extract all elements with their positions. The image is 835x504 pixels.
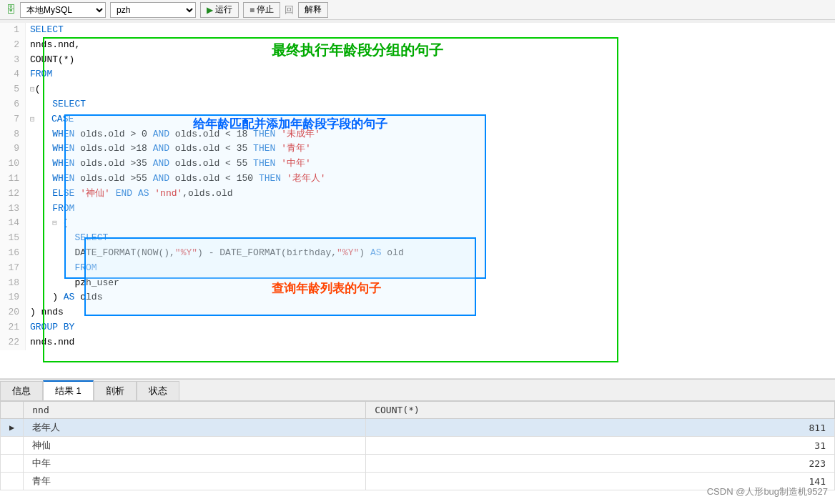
code-line-1: 1 SELECT <box>0 23 835 38</box>
db-icon: 🗄 <box>6 4 16 16</box>
tab-bar: 信息 结果 1 剖析 状态 <box>0 380 835 401</box>
tab-info[interactable]: 信息 <box>0 381 43 400</box>
run-button[interactable]: ▶ 运行 <box>200 2 239 18</box>
code-line-6: 6 SELECT <box>0 97 835 112</box>
stop-button[interactable]: ■ 停止 <box>243 2 280 18</box>
code-line-12: 12 ELSE '神仙' END AS 'nnd',olds.old <box>0 187 835 202</box>
code-line-18: 18 pzh_user <box>0 276 835 291</box>
toolbar-divider: 回 <box>285 4 294 16</box>
code-line-7: 7 ⊟ CASE <box>0 112 835 127</box>
row-indicator <box>1 455 24 473</box>
code-line-17: 17 FROM <box>0 261 835 276</box>
code-line-14: 14 ⊟ ( <box>0 216 835 231</box>
cell-count: 31 <box>366 437 835 455</box>
code-line-8: 8 WHEN olds.old > 0 AND olds.old < 18 TH… <box>0 127 835 142</box>
code-line-10: 10 WHEN olds.old >35 AND olds.old < 55 T… <box>0 157 835 172</box>
code-line-21: 21 GROUP BY <box>0 320 835 335</box>
table-row[interactable]: ▶ 老年人 811 <box>1 419 835 437</box>
col-count[interactable]: COUNT(*) <box>366 402 835 419</box>
explain-button[interactable]: 解释 <box>298 2 328 18</box>
row-indicator <box>1 437 24 455</box>
code-line-5: 5 ⊟( <box>0 82 835 97</box>
cell-count: 223 <box>366 455 835 473</box>
toolbar: 🗄 本地MySQL pzh ▶ 运行 ■ 停止 回 解释 <box>0 0 835 20</box>
results-table: nnd COUNT(*) ▶ 老年人 811 神仙 31 中年 <box>0 401 835 490</box>
col-indicator <box>1 402 24 419</box>
code-line-16: 16 DATE_FORMAT(NOW(),"%Y") - DATE_FORMAT… <box>0 246 835 261</box>
code-line-15: 15 SELECT <box>0 231 835 246</box>
code-line-13: 13 FROM <box>0 202 835 217</box>
play-icon: ▶ <box>207 5 213 15</box>
code-line-3: 3 COUNT(*) <box>0 53 835 68</box>
cell-count: 811 <box>366 419 835 437</box>
row-indicator <box>1 473 24 490</box>
tab-profile[interactable]: 剖析 <box>94 381 137 400</box>
code-line-22: 22 nnds.nnd <box>0 335 835 350</box>
stop-icon: ■ <box>249 5 255 15</box>
db-select[interactable]: 本地MySQL <box>20 2 106 18</box>
col-nnd[interactable]: nnd <box>24 402 366 419</box>
code-line-11: 11 WHEN olds.old >55 AND olds.old < 150 … <box>0 172 835 187</box>
code-line-9: 9 WHEN olds.old >18 AND olds.old < 35 TH… <box>0 142 835 157</box>
code-line-4: 4 FROM <box>0 67 835 82</box>
cell-nnd: 中年 <box>24 455 366 473</box>
code-line-2: 2 nnds.nnd, <box>0 38 835 53</box>
code-line-20: 20 ) nnds <box>0 305 835 320</box>
tab-results[interactable]: 结果 1 <box>43 380 94 400</box>
row-indicator: ▶ <box>1 419 24 437</box>
watermark: CSDN @人形bug制造机9527 <box>707 485 828 498</box>
cell-nnd: 老年人 <box>24 419 366 437</box>
schema-select[interactable]: pzh <box>110 2 196 18</box>
code-editor[interactable]: 最终执行年龄段分组的句子 给年龄匹配并添加年龄段字段的句子 查询年龄列表的句子 … <box>0 23 835 379</box>
table-row[interactable]: 神仙 31 <box>1 437 835 455</box>
cell-nnd: 神仙 <box>24 437 366 455</box>
cell-nnd: 青年 <box>24 473 366 490</box>
code-line-19: 19 ) AS olds <box>0 290 835 305</box>
table-row[interactable]: 中年 223 <box>1 455 835 473</box>
tab-status[interactable]: 状态 <box>137 381 179 400</box>
